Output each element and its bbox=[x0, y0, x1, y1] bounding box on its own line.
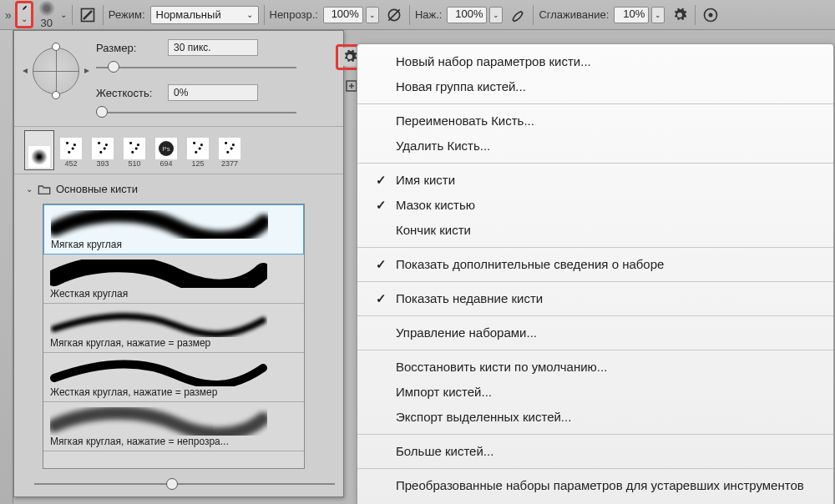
menu-separator bbox=[357, 434, 833, 435]
divider bbox=[533, 5, 534, 25]
menu-item[interactable]: Показать недавние кисти bbox=[357, 286, 833, 311]
divider bbox=[103, 5, 104, 25]
recent-brushes-strip: 452 393 510 Ps 694 125 2377 bbox=[14, 126, 343, 174]
menu-item[interactable]: Больше кистей... bbox=[357, 439, 833, 464]
menu-item[interactable]: Удалить Кисть... bbox=[357, 134, 833, 159]
group-name: Основные кисти bbox=[56, 183, 138, 195]
brush-name: Мягкая круглая, нажатие = размер bbox=[50, 337, 297, 349]
hardness-slider[interactable] bbox=[96, 104, 296, 121]
divider bbox=[264, 5, 265, 25]
brush-tool-icon[interactable] bbox=[21, 5, 28, 12]
size-label: Размер: bbox=[96, 42, 159, 54]
brush-item[interactable]: Мягкая круглая, нажатие = размер bbox=[43, 304, 304, 353]
menu-item[interactable]: Новая группа кистей... bbox=[357, 74, 833, 99]
recent-brush[interactable]: 510 bbox=[119, 130, 149, 170]
hardness-label: Жесткость: bbox=[96, 87, 159, 99]
brush-name: Жесткая круглая, нажатие = размер bbox=[50, 386, 297, 398]
menu-item[interactable]: Новый набор параметров кисти... bbox=[357, 49, 833, 74]
current-tool-highlight: ⌄ bbox=[15, 1, 33, 28]
brush-item[interactable]: Мягкая круглая bbox=[43, 204, 304, 255]
smoothing-input[interactable]: 10% bbox=[614, 7, 649, 23]
expand-tools-chevron[interactable]: » bbox=[3, 8, 10, 22]
size-input[interactable]: 30 пикс. bbox=[168, 39, 258, 56]
brush-name: Жесткая круглая bbox=[50, 288, 297, 300]
brush-angle-control[interactable]: ◂ ▸ bbox=[24, 39, 88, 103]
recent-brush[interactable]: 2377 bbox=[215, 130, 245, 170]
brush-item[interactable]: Жесткая круглая, нажатие = размер bbox=[43, 353, 304, 402]
menu-separator bbox=[357, 163, 833, 164]
menu-separator bbox=[357, 247, 833, 248]
divider bbox=[695, 5, 696, 25]
blend-mode-dropdown[interactable]: Нормальный ⌄ bbox=[150, 6, 259, 24]
blend-mode-value: Нормальный bbox=[156, 8, 221, 21]
left-rail bbox=[0, 30, 13, 504]
options-bar: » ⌄ 30 ⌄ Режим: Нормальный ⌄ Непрозр.: 1… bbox=[0, 0, 835, 30]
menu-separator bbox=[357, 103, 833, 104]
menu-separator bbox=[357, 350, 833, 350]
menu-item[interactable]: Устаревшие кисти bbox=[357, 498, 833, 504]
divider bbox=[409, 5, 410, 25]
recent-brush[interactable]: 393 bbox=[88, 130, 118, 170]
brush-name: Мягкая круглая bbox=[51, 239, 296, 250]
menu-item[interactable]: Импорт кистей... bbox=[357, 380, 833, 405]
panel-scrollbar[interactable] bbox=[34, 478, 335, 490]
brush-panel-context-menu: Новый набор параметров кисти...Новая гру… bbox=[357, 43, 834, 504]
brush-preview-dot bbox=[38, 0, 55, 17]
pressure-opacity-icon[interactable] bbox=[384, 5, 404, 25]
menu-separator bbox=[357, 468, 833, 469]
pressure-size-icon[interactable] bbox=[701, 5, 721, 25]
menu-item[interactable]: Переименовать Кисть... bbox=[357, 108, 833, 134]
brush-size-number: 30 bbox=[41, 17, 53, 29]
menu-separator bbox=[357, 315, 833, 316]
brush-item[interactable]: Жесткая круглая bbox=[43, 255, 304, 304]
brush-preview-slot[interactable]: 30 bbox=[38, 0, 55, 29]
flow-input[interactable]: 100% bbox=[447, 7, 487, 23]
brush-preset-chevron[interactable]: ⌄ bbox=[60, 10, 67, 19]
menu-item[interactable]: Экспорт выделенных кистей... bbox=[357, 405, 833, 430]
smoothing-options-icon[interactable] bbox=[670, 5, 690, 25]
svg-point-3 bbox=[709, 13, 713, 17]
menu-item[interactable]: Кончик кисти bbox=[357, 218, 833, 243]
brush-group-header[interactable]: ⌄ Основные кисти bbox=[26, 179, 343, 199]
opacity-stepper[interactable]: ⌄ bbox=[366, 7, 379, 23]
brush-item[interactable]: Мягкая круглая, нажатие = непрозра... bbox=[43, 402, 304, 451]
smoothing-stepper[interactable]: ⌄ bbox=[651, 7, 665, 23]
hardness-input[interactable]: 0% bbox=[168, 84, 258, 101]
opacity-label: Непрозр.: bbox=[270, 8, 318, 21]
size-slider[interactable] bbox=[96, 59, 296, 76]
brush-settings-toggle[interactable] bbox=[78, 5, 98, 25]
airbrush-icon[interactable] bbox=[508, 5, 528, 25]
flow-stepper[interactable]: ⌄ bbox=[489, 7, 503, 23]
recent-brush[interactable]: 452 bbox=[56, 130, 86, 170]
recent-brush[interactable] bbox=[24, 130, 54, 170]
menu-separator bbox=[357, 281, 833, 282]
menu-item[interactable]: Мазок кистью bbox=[357, 193, 833, 218]
menu-item[interactable]: Управление наборами... bbox=[357, 320, 833, 345]
flow-label: Наж.: bbox=[415, 8, 443, 21]
menu-item[interactable]: Преобразованные наборы параметров для ус… bbox=[357, 473, 833, 498]
brush-preset-panel: ◂ ▸ Размер: 30 пикс. Жесткость: 0% bbox=[13, 30, 344, 497]
recent-brush[interactable]: 125 bbox=[183, 130, 213, 170]
smoothing-label: Сглаживание: bbox=[539, 8, 609, 21]
recent-brush[interactable]: Ps 694 bbox=[151, 130, 181, 170]
opacity-input[interactable]: 100% bbox=[323, 7, 363, 23]
chevron-down-icon: ⌄ bbox=[26, 184, 33, 194]
brush-list: Мягкая круглая Жесткая круглая Мягкая кр… bbox=[43, 204, 305, 469]
divider bbox=[72, 5, 73, 25]
menu-item[interactable]: Восстановить кисти по умолчанию... bbox=[357, 355, 833, 380]
menu-item[interactable]: Имя кисти bbox=[357, 168, 833, 193]
chevron-down-icon: ⌄ bbox=[246, 10, 253, 19]
tool-dropdown-chevron[interactable]: ⌄ bbox=[21, 14, 28, 23]
folder-icon bbox=[38, 184, 51, 195]
mode-label: Режим: bbox=[109, 8, 145, 21]
brush-name: Мягкая круглая, нажатие = непрозра... bbox=[50, 436, 297, 447]
menu-item[interactable]: Показать дополнительные сведения о набор… bbox=[357, 252, 833, 277]
